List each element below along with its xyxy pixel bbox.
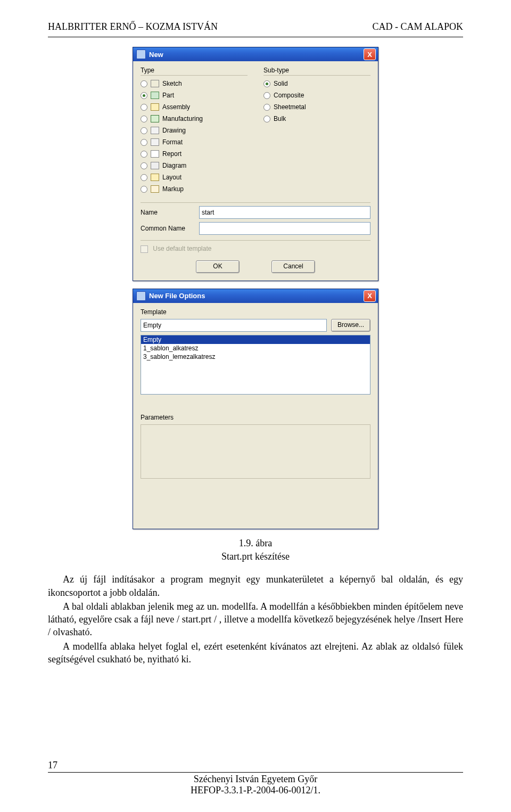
ok-button[interactable]: OK <box>196 260 240 273</box>
page-footer: 17 Széchenyi István Egyetem Győr HEFOP-3… <box>48 760 463 796</box>
part-icon <box>151 92 159 99</box>
radio-icon[interactable] <box>141 127 147 134</box>
new-dialog-icon <box>136 50 146 59</box>
new-dialog-titlebar[interactable]: New X <box>133 47 378 61</box>
footer-project: HEFOP-3.3.1-P.-2004-06-0012/1. <box>48 785 463 796</box>
radio-icon[interactable] <box>141 92 147 99</box>
radio-icon[interactable] <box>263 104 270 111</box>
radio-icon[interactable] <box>141 116 147 122</box>
common-name-label: Common Name <box>141 225 194 232</box>
radio-icon[interactable] <box>141 104 147 111</box>
footer-university: Széchenyi István Egyetem Győr <box>48 774 463 785</box>
radio-icon[interactable] <box>141 139 147 146</box>
radio-icon[interactable] <box>141 174 147 181</box>
type-option-label: Format <box>162 138 183 146</box>
page-number: 17 <box>48 760 463 771</box>
type-option-label: Assembly <box>162 103 190 111</box>
page-header: HALBRITTER ERNŐ – KOZMA ISTVÁN CAD - CAM… <box>48 21 463 32</box>
type-option-manufacturing[interactable]: Manufacturing <box>141 113 248 125</box>
radio-icon[interactable] <box>141 162 147 169</box>
type-option-label: Report <box>162 150 182 158</box>
default-template-label: Use default template <box>153 245 211 252</box>
type-option-label: Manufacturing <box>162 115 203 122</box>
dgm-icon <box>151 162 159 169</box>
subtype-option-bulk[interactable]: Bulk <box>263 113 370 125</box>
asm-icon <box>151 103 159 111</box>
header-right: CAD - CAM ALAPOK <box>372 21 463 32</box>
type-option-label: Layout <box>162 174 182 181</box>
mkp-icon <box>151 185 159 193</box>
paragraph-3: A modellfa ablaka helyet foglal el, ezér… <box>48 640 463 666</box>
paragraph-2: A bal oldali ablakban jelenik meg az un.… <box>48 600 463 639</box>
fmt-icon <box>151 138 159 146</box>
header-left: HALBRITTER ERNŐ – KOZMA ISTVÁN <box>48 21 218 32</box>
header-underline <box>48 37 463 37</box>
radio-icon[interactable] <box>263 116 270 122</box>
options-dialog-icon <box>136 291 146 301</box>
subtype-option-sheetmetal[interactable]: Sheetmetal <box>263 101 370 113</box>
type-option-label: Drawing <box>162 127 186 134</box>
type-option-label: Diagram <box>162 162 186 169</box>
template-input[interactable] <box>141 319 327 332</box>
new-file-options-dialog: New File Options X Template Browse... Em… <box>133 289 378 529</box>
common-name-input[interactable] <box>199 222 370 235</box>
browse-button[interactable]: Browse... <box>331 319 370 332</box>
template-listbox[interactable]: Empty1_sablon_alkatresz3_sablon_lemezalk… <box>141 335 370 395</box>
type-option-sketch[interactable]: Sketch <box>141 78 248 89</box>
subtype-option-label: Sheetmetal <box>274 103 306 111</box>
type-option-diagram[interactable]: Diagram <box>141 160 248 171</box>
type-option-part[interactable]: Part <box>141 89 248 101</box>
radio-icon[interactable] <box>263 92 270 99</box>
radio-icon[interactable] <box>263 80 270 87</box>
type-option-label: Part <box>162 92 174 99</box>
name-input[interactable] <box>199 206 370 219</box>
type-option-drawing[interactable]: Drawing <box>141 125 248 136</box>
subtype-option-composite[interactable]: Composite <box>263 89 370 101</box>
type-option-markup[interactable]: Markup <box>141 183 248 195</box>
name-label: Name <box>141 209 194 216</box>
rpt-icon <box>151 150 159 158</box>
options-dialog-title: New File Options <box>149 292 364 300</box>
list-item[interactable]: 3_sablon_lemezalkatresz <box>141 352 370 361</box>
close-button[interactable]: X <box>364 48 376 60</box>
mfg-icon <box>151 115 159 122</box>
type-option-assembly[interactable]: Assembly <box>141 101 248 113</box>
subtype-option-label: Bulk <box>274 115 286 122</box>
type-section-label: Type <box>141 67 248 76</box>
radio-icon[interactable] <box>141 151 147 158</box>
template-label: Template <box>133 303 378 319</box>
paragraph-1: Az új fájl indításakor a program megnyit… <box>48 573 463 599</box>
subtype-section-label: Sub-type <box>263 67 370 76</box>
subtype-option-label: Composite <box>274 92 304 99</box>
options-dialog-titlebar[interactable]: New File Options X <box>133 289 378 303</box>
close-button[interactable]: X <box>364 290 376 302</box>
type-option-layout[interactable]: Layout <box>141 171 248 183</box>
type-option-label: Markup <box>162 185 184 193</box>
radio-icon[interactable] <box>141 80 147 87</box>
type-option-report[interactable]: Report <box>141 148 248 160</box>
default-template-checkbox[interactable] <box>141 245 148 253</box>
subtype-option-label: Solid <box>274 80 288 87</box>
new-dialog-title: New <box>149 51 364 59</box>
list-item[interactable]: Empty <box>141 335 370 344</box>
parameters-label: Parameters <box>133 398 378 424</box>
cancel-button[interactable]: Cancel <box>271 260 315 273</box>
type-option-format[interactable]: Format <box>141 136 248 148</box>
list-item[interactable]: 1_sablon_alkatresz <box>141 344 370 352</box>
type-option-label: Sketch <box>162 80 182 87</box>
caption-line1: 1.9. ábra <box>239 538 272 548</box>
figure-caption: 1.9. ábra Start.prt készítése <box>48 537 463 563</box>
sketch-icon <box>151 80 159 87</box>
subtype-option-solid[interactable]: Solid <box>263 78 370 89</box>
parameters-box <box>141 424 370 479</box>
caption-line2: Start.prt készítése <box>221 551 290 562</box>
radio-icon[interactable] <box>141 186 147 193</box>
lyt-icon <box>151 174 159 181</box>
drw-icon <box>151 127 159 134</box>
new-dialog: New X Type SketchPartAssemblyManufacturi… <box>133 47 378 281</box>
